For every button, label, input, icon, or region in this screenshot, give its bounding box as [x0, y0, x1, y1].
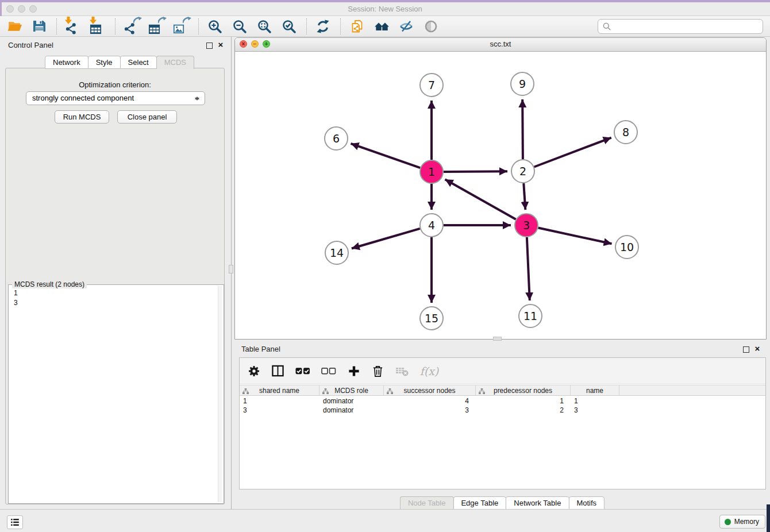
delete-column-button[interactable] — [371, 364, 385, 378]
table-cell[interactable]: 1 — [476, 396, 571, 406]
node-8[interactable]: 8 — [614, 121, 637, 144]
edge-1-2[interactable] — [444, 171, 507, 172]
table-cell[interactable]: 3 — [571, 406, 619, 415]
node-6[interactable]: 6 — [325, 127, 348, 150]
column-header-successor-nodes[interactable]: successor nodes — [384, 385, 476, 395]
select-all-button[interactable] — [295, 364, 311, 378]
vertical-splitter-handle[interactable] — [229, 265, 233, 273]
float-panel-icon[interactable] — [743, 346, 749, 353]
horizontal-splitter-handle[interactable] — [493, 337, 502, 341]
optimization-select[interactable]: strongly connected component — [26, 91, 205, 105]
maximize-view-icon[interactable] — [263, 40, 270, 48]
edge-2-3[interactable] — [523, 183, 525, 210]
edge-2-8[interactable] — [534, 138, 611, 167]
tab-network-table[interactable]: Network Table — [506, 496, 569, 510]
edge-1-6[interactable] — [351, 144, 421, 168]
node-9[interactable]: 9 — [511, 72, 534, 95]
edge-3-11[interactable] — [527, 237, 530, 300]
network-window-titlebar[interactable]: scc.txt — [235, 38, 766, 52]
export-table-button[interactable] — [148, 18, 165, 35]
close-panel-icon[interactable] — [217, 40, 225, 49]
hide-selected-button[interactable] — [398, 18, 415, 35]
zoom-selected-button[interactable] — [280, 18, 298, 35]
tab-mcds[interactable]: MCDS — [156, 56, 194, 69]
table-cell[interactable]: 1 — [240, 396, 319, 406]
node-2[interactable]: 2 — [511, 160, 534, 183]
deselect-all-button[interactable] — [321, 364, 337, 378]
column-header-predecessor-nodes[interactable]: predecessor nodes — [476, 385, 571, 395]
save-session-button[interactable] — [30, 18, 48, 35]
tab-style[interactable]: Style — [88, 56, 121, 69]
add-column-button[interactable] — [346, 364, 361, 378]
column-header-shared-name[interactable]: shared name — [240, 385, 319, 395]
function-builder-button[interactable]: f(x) — [419, 364, 440, 378]
edge-4-14[interactable] — [352, 229, 420, 249]
table-row[interactable]: 3dominator323 — [240, 406, 765, 415]
column-header-label: MCDS role — [334, 387, 368, 395]
toggle-panes-button[interactable] — [271, 364, 285, 378]
memory-button[interactable]: Memory — [719, 515, 765, 529]
memory-label: Memory — [734, 518, 759, 526]
checked-boxes-icon — [295, 364, 310, 378]
edge-3-10[interactable] — [538, 228, 612, 244]
tab-motifs[interactable]: Motifs — [568, 496, 605, 510]
task-history-button[interactable] — [7, 515, 23, 529]
node-1[interactable]: 1 — [420, 160, 443, 183]
edge-3-1[interactable] — [445, 179, 516, 219]
node-4[interactable]: 4 — [420, 214, 443, 237]
delete-table-button[interactable] — [395, 364, 409, 378]
export-arrow-icon — [158, 17, 167, 24]
column-header-name[interactable]: name — [571, 385, 619, 395]
tab-network[interactable]: Network — [45, 56, 88, 69]
table-cell[interactable]: 3 — [384, 406, 476, 415]
open-session-button[interactable] — [6, 18, 23, 35]
node-10[interactable]: 10 — [615, 236, 638, 259]
table-row[interactable]: 1dominator411 — [240, 396, 765, 406]
unchecked-boxes-icon — [321, 364, 336, 378]
tab-select[interactable]: Select — [120, 56, 157, 69]
home-layout-button[interactable] — [373, 18, 390, 35]
toolbar-separator — [198, 18, 199, 34]
show-all-button[interactable] — [422, 18, 440, 35]
table-cell[interactable]: 2 — [476, 406, 571, 415]
node-3[interactable]: 3 — [515, 214, 538, 237]
node-7[interactable]: 7 — [420, 74, 443, 97]
run-mcds-button[interactable]: Run MCDS — [55, 110, 109, 124]
mcds-panel: Optimization criterion: strongly connect… — [5, 68, 225, 504]
result-line: 3 — [14, 298, 18, 308]
minimize-view-icon[interactable] — [251, 40, 259, 48]
zoom-out-button[interactable] — [231, 18, 248, 35]
mcds-result-text[interactable]: 13 — [14, 288, 18, 308]
node-14[interactable]: 14 — [325, 241, 348, 264]
result-scrollbar[interactable] — [218, 286, 222, 502]
table-cell[interactable]: 3 — [240, 406, 319, 415]
table-cell[interactable]: 1 — [571, 396, 619, 406]
search-field[interactable] — [598, 19, 763, 34]
svg-text:14: 14 — [330, 246, 344, 259]
close-panel-icon[interactable] — [753, 344, 761, 353]
tab-node-table[interactable]: Node Table — [400, 496, 454, 510]
export-network-button[interactable] — [123, 18, 140, 35]
import-network-button[interactable] — [64, 18, 82, 35]
network-graph[interactable]: 7968124314101511 — [235, 52, 766, 340]
node-11[interactable]: 11 — [519, 304, 542, 327]
tab-edge-table[interactable]: Edge Table — [453, 496, 506, 510]
node-15[interactable]: 15 — [420, 307, 443, 330]
table-settings-button[interactable] — [247, 364, 261, 378]
table-cell[interactable]: dominator — [319, 396, 384, 406]
table-cell[interactable]: 4 — [384, 396, 476, 406]
table-cell[interactable]: dominator — [319, 406, 384, 415]
edge-2-9[interactable] — [522, 99, 523, 159]
close-panel-button[interactable]: Close panel — [117, 110, 177, 124]
search-input[interactable] — [614, 21, 763, 32]
float-panel-icon[interactable] — [206, 43, 213, 49]
zoom-in-button[interactable] — [206, 18, 224, 35]
close-view-icon[interactable] — [240, 40, 247, 48]
list-icon — [9, 516, 21, 528]
refresh-layout-button[interactable] — [314, 18, 332, 35]
clone-network-button[interactable] — [348, 18, 365, 35]
import-table-button[interactable] — [89, 18, 106, 35]
export-image-button[interactable] — [172, 18, 190, 35]
zoom-fit-button[interactable] — [256, 18, 273, 35]
column-header-MCDS-role[interactable]: MCDS role — [319, 385, 384, 395]
